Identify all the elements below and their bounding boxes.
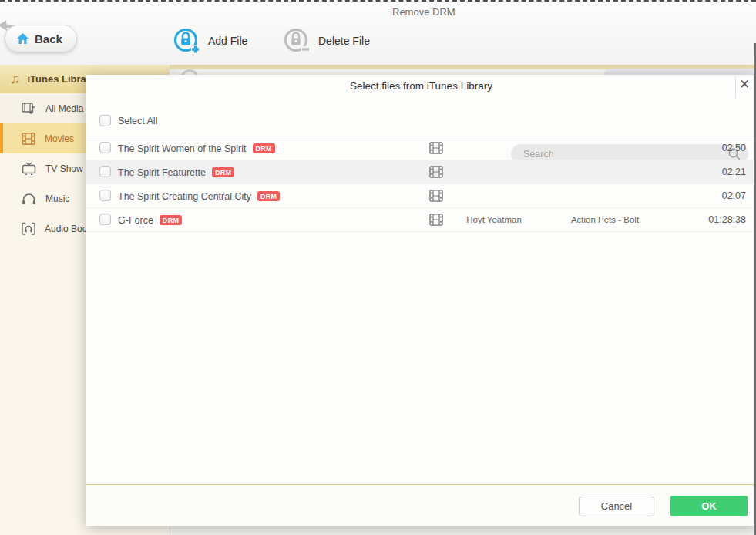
- row-name-cell: G-Force DRM: [118, 208, 182, 232]
- file-artist: [436, 184, 552, 208]
- sidebar-item-label: Music: [45, 193, 69, 204]
- all-media-icon: [22, 102, 36, 115]
- add-file-button[interactable]: Add File: [173, 25, 247, 56]
- select-all-row: Select All: [86, 108, 756, 136]
- file-row[interactable]: The Spirit Women of the Spirit DRM 02:50: [86, 136, 756, 160]
- headphones-icon: [22, 193, 36, 205]
- dialog-footer: Cancel OK: [86, 484, 756, 526]
- cancel-button[interactable]: Cancel: [579, 496, 654, 516]
- file-name: G-Force: [118, 215, 153, 226]
- file-duration: 02:21: [722, 160, 746, 184]
- select-all-label: Select All: [118, 116, 157, 126]
- file-album: [543, 136, 667, 160]
- drm-badge: DRM: [160, 215, 182, 225]
- file-album: Action Pets - Bolt: [543, 208, 667, 232]
- file-name: The Spirit Women of the Spirit: [118, 143, 247, 154]
- sidebar-item-label: All Media: [45, 103, 83, 114]
- row-name-cell: The Spirit Featurette DRM: [118, 160, 234, 184]
- row-name-cell: The Spirit Women of the Spirit DRM: [118, 136, 275, 160]
- sidebar-content-divider: [170, 526, 170, 535]
- file-name: The Spirit Featurette: [118, 167, 206, 178]
- drm-badge: DRM: [257, 191, 280, 201]
- drm-badge: DRM: [253, 143, 275, 153]
- file-row[interactable]: The Spirit Featurette DRM 02:21: [86, 160, 756, 184]
- row-checkbox[interactable]: [99, 214, 111, 225]
- file-artist: Hoyt Yeatman: [436, 208, 552, 232]
- film-strip-icon: [22, 133, 35, 145]
- delete-file-label: Delete File: [318, 35, 370, 47]
- add-file-label: Add File: [208, 35, 247, 47]
- row-name-cell: The Spirit Creating Central City DRM: [118, 184, 280, 208]
- music-note-icon: ♫: [10, 71, 21, 87]
- file-row[interactable]: The Spirit Creating Central City DRM 02:…: [86, 184, 756, 208]
- home-icon: [16, 32, 29, 45]
- file-name: The Spirit Creating Central City: [118, 191, 251, 202]
- tv-icon: [22, 162, 36, 175]
- page-title: Remove DRM: [392, 6, 455, 18]
- row-checkbox[interactable]: [99, 190, 111, 201]
- audiobook-icon: [22, 222, 35, 235]
- file-duration: 01:28:38: [708, 208, 746, 232]
- file-row[interactable]: G-Force DRM Hoyt Yeatman Action Pets - B…: [86, 208, 756, 232]
- drm-badge: DRM: [212, 167, 234, 177]
- select-all-checkbox[interactable]: [99, 115, 111, 126]
- back-button[interactable]: Back: [5, 25, 77, 52]
- file-album: [543, 184, 667, 208]
- sidebar-header-label: iTunes Library: [28, 73, 96, 85]
- file-list: The Spirit Women of the Spirit DRM 02:50: [86, 136, 756, 232]
- select-files-dialog: Select files from iTunes Library ✕ Selec…: [86, 75, 756, 526]
- screenshot-selection-border: [0, 0, 756, 2]
- lock-plus-icon: [173, 25, 203, 56]
- close-divider: [735, 76, 736, 98]
- app-window: Remove DRM Back: [0, 0, 756, 535]
- dialog-title: Select files from iTunes Library: [86, 80, 756, 92]
- toolbar: Remove DRM Back: [0, 0, 756, 65]
- sidebar-item-label: TV Show: [45, 163, 83, 174]
- back-button-label: Back: [35, 32, 62, 45]
- file-artist: [436, 136, 552, 160]
- sidebar-item-label: Movies: [45, 133, 74, 144]
- file-duration: 02:07: [722, 184, 746, 208]
- lock-minus-icon: [283, 25, 314, 56]
- file-artist: [436, 160, 552, 184]
- close-icon[interactable]: ✕: [737, 77, 752, 93]
- file-duration: 02:50: [722, 136, 746, 160]
- ok-button[interactable]: OK: [670, 496, 748, 516]
- row-checkbox[interactable]: [99, 142, 111, 153]
- sidebar-item-label: Audio Book: [45, 224, 92, 234]
- file-album: [543, 160, 667, 184]
- row-checkbox[interactable]: [99, 166, 111, 177]
- delete-file-button[interactable]: Delete File: [283, 25, 370, 56]
